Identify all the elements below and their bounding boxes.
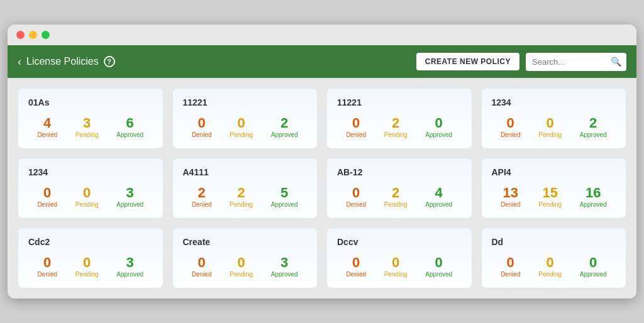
- denied-label: Denied: [37, 201, 57, 208]
- policy-card[interactable]: 11221 0 Denied 2 Pending 0 Approved: [326, 88, 472, 149]
- policy-card[interactable]: Cdc2 0 Denied 0 Pending 3 Approved: [18, 227, 164, 288]
- approved-label: Approved: [271, 271, 298, 278]
- stat-approved: 3 Approved: [116, 186, 143, 208]
- policy-card[interactable]: Dccv 0 Denied 0 Pending 0 Approved: [326, 227, 472, 288]
- approved-label: Approved: [425, 201, 452, 208]
- create-new-policy-button[interactable]: CREATE NEW POLICY: [416, 53, 519, 70]
- header-right: CREATE NEW POLICY 🔍: [416, 53, 626, 71]
- pending-label: Pending: [538, 131, 562, 138]
- pending-count: 0: [547, 116, 554, 130]
- card-title: A4111: [183, 167, 308, 177]
- stat-approved: 16 Approved: [580, 186, 607, 208]
- search-input[interactable]: [526, 53, 626, 71]
- policy-card[interactable]: 11221 0 Denied 0 Pending 2 Approved: [172, 88, 318, 149]
- approved-count: 6: [126, 116, 134, 130]
- close-button[interactable]: [16, 31, 25, 39]
- denied-label: Denied: [192, 201, 212, 208]
- policy-card[interactable]: AB-12 0 Denied 2 Pending 4 Approved: [326, 158, 472, 219]
- approved-label: Approved: [271, 201, 298, 208]
- card-title: AB-12: [337, 167, 462, 177]
- pending-count: 2: [392, 116, 399, 130]
- card-title: Cdc2: [28, 237, 153, 247]
- card-stats: 0 Denied 0 Pending 0 Approved: [337, 256, 462, 278]
- stat-pending: 3 Pending: [75, 116, 99, 138]
- approved-count: 0: [435, 256, 443, 270]
- policy-card[interactable]: Dd 0 Denied 0 Pending 0 Approved: [481, 227, 627, 288]
- denied-count: 0: [43, 186, 51, 200]
- card-stats: 0 Denied 0 Pending 3 Approved: [28, 256, 153, 278]
- card-stats: 4 Denied 3 Pending 6 Approved: [28, 116, 153, 138]
- denied-label: Denied: [346, 131, 366, 138]
- denied-label: Denied: [501, 201, 521, 208]
- card-title: 01As: [28, 97, 153, 107]
- denied-count: 0: [43, 256, 51, 270]
- approved-count: 16: [586, 186, 601, 200]
- stat-denied: 0 Denied: [37, 256, 57, 278]
- back-arrow-icon[interactable]: ‹: [18, 55, 21, 68]
- stat-pending: 2 Pending: [384, 116, 408, 138]
- policy-card[interactable]: API4 13 Denied 15 Pending 16 Approved: [481, 158, 627, 219]
- card-title: Create: [183, 237, 308, 247]
- pending-count: 3: [83, 116, 91, 130]
- stat-pending: 0 Pending: [75, 186, 99, 208]
- approved-label: Approved: [116, 201, 143, 208]
- stat-approved: 2 Approved: [271, 116, 298, 138]
- maximize-button[interactable]: [42, 31, 50, 39]
- card-stats: 0 Denied 2 Pending 0 Approved: [337, 116, 462, 138]
- pending-label: Pending: [230, 271, 253, 278]
- stat-denied: 13 Denied: [501, 186, 521, 208]
- card-title: 1234: [492, 97, 616, 107]
- approved-label: Approved: [425, 131, 452, 138]
- stat-pending: 0 Pending: [230, 116, 253, 138]
- stat-approved: 3 Approved: [271, 256, 298, 278]
- denied-label: Denied: [37, 131, 57, 138]
- stat-approved: 0 Approved: [425, 256, 452, 278]
- stat-approved: 2 Approved: [580, 116, 607, 138]
- approved-label: Approved: [116, 271, 143, 278]
- policy-card[interactable]: Create 0 Denied 0 Pending 3 Approved: [172, 227, 318, 288]
- pending-label: Pending: [75, 131, 99, 138]
- policy-card[interactable]: A4111 2 Denied 2 Pending 5 Approved: [172, 158, 318, 219]
- stat-pending: 15 Pending: [538, 186, 562, 208]
- denied-count: 0: [352, 256, 360, 270]
- approved-label: Approved: [425, 271, 452, 278]
- approved-count: 4: [435, 186, 443, 200]
- pending-label: Pending: [75, 271, 99, 278]
- stat-approved: 5 Approved: [271, 186, 298, 208]
- content-area: 01As 4 Denied 3 Pending 6 Approved 11221: [8, 78, 636, 298]
- minimize-button[interactable]: [29, 31, 37, 39]
- card-stats: 13 Denied 15 Pending 16 Approved: [492, 186, 616, 208]
- denied-label: Denied: [501, 271, 521, 278]
- card-stats: 0 Denied 0 Pending 2 Approved: [183, 116, 308, 138]
- stat-pending: 0 Pending: [538, 116, 562, 138]
- stat-approved: 4 Approved: [425, 186, 452, 208]
- stat-pending: 0 Pending: [230, 256, 253, 278]
- stat-denied: 0 Denied: [501, 256, 521, 278]
- stat-approved: 0 Approved: [580, 256, 607, 278]
- search-wrapper: 🔍: [526, 53, 626, 71]
- stat-approved: 6 Approved: [116, 116, 143, 138]
- denied-label: Denied: [37, 271, 57, 278]
- denied-label: Denied: [501, 131, 521, 138]
- approved-count: 3: [280, 256, 288, 270]
- approved-count: 5: [280, 186, 288, 200]
- stat-denied: 0 Denied: [192, 116, 212, 138]
- denied-count: 0: [507, 256, 514, 270]
- policy-card[interactable]: 1234 0 Denied 0 Pending 3 Approved: [18, 158, 164, 219]
- denied-count: 0: [352, 186, 360, 200]
- card-stats: 0 Denied 0 Pending 3 Approved: [28, 186, 153, 208]
- pending-label: Pending: [230, 131, 253, 138]
- denied-label: Denied: [346, 201, 366, 208]
- policy-card[interactable]: 1234 0 Denied 0 Pending 2 Approved: [481, 88, 627, 149]
- pending-label: Pending: [384, 201, 408, 208]
- approved-count: 0: [435, 116, 443, 130]
- policy-card[interactable]: 01As 4 Denied 3 Pending 6 Approved: [18, 88, 164, 149]
- card-stats: 0 Denied 0 Pending 2 Approved: [492, 116, 616, 138]
- approved-count: 2: [280, 116, 288, 130]
- denied-count: 0: [352, 116, 360, 130]
- approved-count: 2: [589, 116, 597, 130]
- help-icon[interactable]: ?: [104, 56, 115, 67]
- pending-count: 2: [238, 186, 245, 200]
- pending-label: Pending: [75, 201, 99, 208]
- pending-label: Pending: [384, 271, 408, 278]
